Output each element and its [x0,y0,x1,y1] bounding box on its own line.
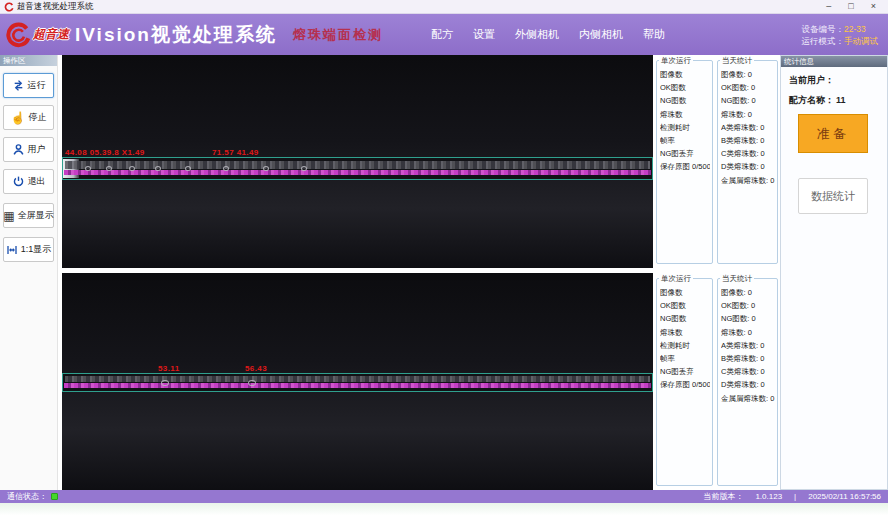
stat-rows: 图像数OK图数NG图数熔珠数检测耗时帧率NG图丢弃保存原图 0/500 [657,279,712,392]
groupbox-title: 单次运行 [659,56,693,66]
sidebar-title: 操作区 [0,55,57,66]
recipe-name-row: 配方名称：11 [789,94,887,107]
menu-item-outer-camera[interactable]: 外侧相机 [515,27,559,42]
camera-view-bottom: 53.11 56.43 [62,273,653,490]
close-button[interactable]: × [871,0,876,13]
sidebar-operations: 操作区 运行 ☝ 停止 用户 [0,55,58,490]
daily-stats-groupbox: 当天统计 图像数: 0OK图数: 0NG图数: 0熔珠数: 0A类熔珠数: 0B… [717,278,778,486]
menu-item-inner-camera[interactable]: 内侧相机 [579,27,623,42]
stat-row: 帧率 [660,352,710,365]
data-statistics-button[interactable]: 数据统计 [798,178,868,214]
window-controls: – □ × [826,0,884,13]
bead-marker [155,166,161,171]
weld-bead-strip [62,373,653,392]
measurement-annotation: 71.57 41.49 [212,148,259,157]
statistics-info-panel: 统计信息 当前用户： 配方名称：11 准备 数据统计 [780,55,888,490]
single-run-groupbox: 单次运行 图像数OK图数NG图数熔珠数检测耗时帧率NG图丢弃保存原图 0/500 [656,60,713,264]
device-id-value: 22-33 [844,24,866,34]
run-mode-label: 运行模式： [802,36,845,46]
run-mode-row: 运行模式：手动调试 [802,35,879,47]
menu-item-settings[interactable]: 设置 [473,27,495,42]
stat-row: OK图数 [660,81,710,94]
detected-bead-line [64,170,651,175]
user-button[interactable]: 用户 [3,137,54,162]
user-icon [12,143,25,156]
groupbox-title: 当天统计 [720,56,754,66]
app-header: 超音速 IVision视觉处理系统 熔珠端面检测 配方 设置 外侧相机 内侧相机… [0,14,888,55]
stat-row: C类熔珠数: 0 [721,365,775,378]
detected-bead-line [64,383,651,388]
stat-row: NG图丢弃 [660,147,710,160]
daily-stats-groupbox: 当天统计 图像数: 0OK图数: 0NG图数: 0熔珠数: 0A类熔珠数: 0B… [717,60,778,264]
stat-row: NG图丢弃 [660,365,710,378]
minimize-button[interactable]: – [826,0,831,13]
exit-button[interactable]: 退出 [3,169,54,194]
strip-texture [65,376,650,382]
run-button[interactable]: 运行 [3,73,54,98]
stat-row: 检测耗时 [660,121,710,134]
menu-item-recipe[interactable]: 配方 [431,27,453,42]
header-info: 设备编号：22-33 运行模式：手动调试 [802,23,879,47]
app-subtitle: 熔珠端面检测 [293,26,383,44]
window-bottom-edge [0,503,888,522]
window-title: 超音速视觉处理系统 [17,1,94,13]
stat-row: 图像数: 0 [721,286,775,299]
run-loop-icon [12,79,25,92]
bead-marker [301,166,307,171]
device-id-row: 设备编号：22-33 [802,23,879,35]
menu-item-help[interactable]: 帮助 [643,27,665,42]
info-panel-title: 统计信息 [781,56,887,67]
bead-marker [185,166,191,171]
recipe-name-label: 配方名称： [789,95,834,105]
measurement-annotation: 53.11 [158,364,180,373]
stat-row: B类熔珠数: 0 [721,352,775,365]
camera-view-top: 44.08 05.39.8 X1.49 71.57 41.49 [62,55,653,268]
stat-row: 图像数 [660,68,710,81]
stop-button[interactable]: ☝ 停止 [3,105,54,130]
statusbar-separator: | [794,492,796,501]
bead-marker [129,166,135,171]
weld-bead-strip [62,157,653,180]
hand-stop-icon: ☝ [11,112,26,124]
version-label: 当前版本： [703,491,743,502]
stat-row: OK图数 [660,299,710,312]
stat-row: NG图数 [660,312,710,325]
recipe-name-value: 11 [836,95,846,105]
version-value: 1.0.123 [755,492,782,501]
grid-fullscreen-icon: ▦ [3,210,14,222]
run-mode-value: 手动调试 [844,36,878,46]
stat-row: 保存原图 0/500 [660,378,710,391]
stat-row: NG图数 [660,94,710,107]
power-icon [12,175,25,188]
stat-row: 金属屑熔珠数: 0 [721,174,775,187]
device-id-label: 设备编号： [802,24,845,34]
app-window: 超音速视觉处理系统 – □ × 超音速 IVision视觉处理系统 熔珠端面检测… [0,0,888,522]
fullscreen-button[interactable]: ▦ 全屏显示 [3,203,54,228]
one-to-one-button[interactable]: 1:1显示 [3,237,54,262]
stat-row: B类熔珠数: 0 [721,134,775,147]
stat-row: 帧率 [660,134,710,147]
statusbar-right: 当前版本： 1.0.123 | 2025/02/11 16:57:56 [703,491,881,502]
stat-row: 熔珠数: 0 [721,326,775,339]
exit-button-label: 退出 [28,175,46,188]
user-button-label: 用户 [28,143,46,156]
stat-row: 金属屑熔珠数: 0 [721,392,775,405]
groupbox-title: 单次运行 [659,274,693,284]
bead-marker [85,166,91,171]
stat-row: D类熔珠数: 0 [721,160,775,173]
status-bar: 通信状态： 当前版本： 1.0.123 | 2025/02/11 16:57:5… [0,490,888,503]
stat-row: C类熔珠数: 0 [721,147,775,160]
app-logo-icon [4,2,14,12]
fullscreen-button-label: 全屏显示 [18,209,54,222]
maximize-button[interactable]: □ [848,0,853,13]
stat-row: D类熔珠数: 0 [721,378,775,391]
stat-row: 图像数 [660,286,710,299]
brand-badge: 超音速 [33,26,69,43]
comm-status: 通信状态： [7,491,58,502]
statusbar-datetime: 2025/02/11 16:57:56 [808,492,881,501]
current-user-label: 当前用户： [789,75,834,85]
prepare-button[interactable]: 准备 [798,114,868,153]
bead-marker [248,380,256,386]
stat-row: A类熔珠数: 0 [721,121,775,134]
stat-row: 检测耗时 [660,339,710,352]
